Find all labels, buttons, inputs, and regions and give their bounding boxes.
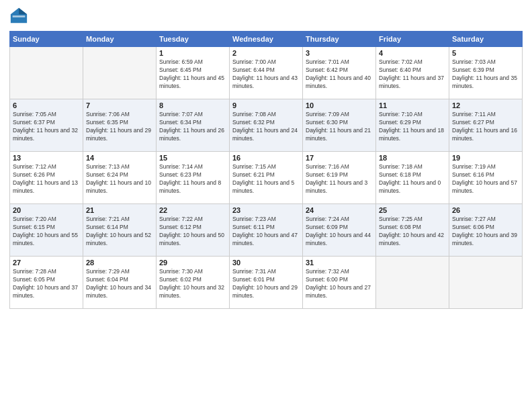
day-detail: Sunrise: 7:09 AMSunset: 6:30 PMDaylight:… <box>306 111 373 143</box>
day-detail: Sunrise: 7:15 AMSunset: 6:21 PMDaylight:… <box>232 163 300 195</box>
calendar-week-5: 27Sunrise: 7:28 AMSunset: 6:05 PMDayligh… <box>10 257 523 309</box>
calendar-cell: 24Sunrise: 7:24 AMSunset: 6:09 PMDayligh… <box>303 204 376 257</box>
calendar-cell: 10Sunrise: 7:09 AMSunset: 6:30 PMDayligh… <box>303 99 376 152</box>
day-number: 5 <box>452 49 519 57</box>
day-detail: Sunrise: 7:11 AMSunset: 6:27 PMDaylight:… <box>452 111 519 143</box>
weekday-header-row: SundayMondayTuesdayWednesdayThursdayFrid… <box>10 32 523 47</box>
day-detail: Sunrise: 7:05 AMSunset: 6:37 PMDaylight:… <box>13 111 80 143</box>
calendar-cell: 1Sunrise: 6:59 AMSunset: 6:45 PMDaylight… <box>157 47 230 99</box>
day-detail: Sunrise: 7:25 AMSunset: 6:08 PMDaylight:… <box>379 216 446 248</box>
calendar-week-3: 13Sunrise: 7:12 AMSunset: 6:26 PMDayligh… <box>10 152 523 204</box>
calendar-cell <box>10 47 83 99</box>
weekday-header-friday: Friday <box>376 32 449 47</box>
day-number: 1 <box>159 49 226 57</box>
calendar-cell: 15Sunrise: 7:14 AMSunset: 6:23 PMDayligh… <box>157 152 230 204</box>
calendar-cell: 16Sunrise: 7:15 AMSunset: 6:21 PMDayligh… <box>230 152 303 204</box>
day-number: 17 <box>306 154 373 162</box>
day-detail: Sunrise: 7:16 AMSunset: 6:19 PMDaylight:… <box>306 163 373 195</box>
calendar-cell: 13Sunrise: 7:12 AMSunset: 6:26 PMDayligh… <box>10 152 83 204</box>
day-number: 11 <box>379 101 446 109</box>
calendar-cell: 17Sunrise: 7:16 AMSunset: 6:19 PMDayligh… <box>303 152 376 204</box>
calendar-week-1: 1Sunrise: 6:59 AMSunset: 6:45 PMDaylight… <box>10 47 523 99</box>
day-number: 21 <box>86 206 153 214</box>
day-number: 19 <box>452 154 519 162</box>
day-detail: Sunrise: 7:18 AMSunset: 6:18 PMDaylight:… <box>379 163 446 195</box>
calendar-cell: 7Sunrise: 7:06 AMSunset: 6:35 PMDaylight… <box>83 99 157 152</box>
calendar-cell: 19Sunrise: 7:19 AMSunset: 6:16 PMDayligh… <box>449 152 523 204</box>
weekday-header-monday: Monday <box>83 32 157 47</box>
calendar-cell: 6Sunrise: 7:05 AMSunset: 6:37 PMDaylight… <box>10 99 83 152</box>
day-detail: Sunrise: 6:59 AMSunset: 6:45 PMDaylight:… <box>159 58 226 91</box>
calendar-cell: 9Sunrise: 7:08 AMSunset: 6:32 PMDaylight… <box>230 99 303 152</box>
day-detail: Sunrise: 7:31 AMSunset: 6:01 PMDaylight:… <box>232 268 300 300</box>
day-number: 24 <box>306 206 373 214</box>
day-number: 10 <box>306 101 373 109</box>
calendar-cell: 5Sunrise: 7:03 AMSunset: 6:39 PMDaylight… <box>449 47 523 99</box>
day-detail: Sunrise: 7:01 AMSunset: 6:42 PMDaylight:… <box>306 58 373 91</box>
weekday-header-thursday: Thursday <box>303 32 376 47</box>
svg-rect-2 <box>13 15 26 17</box>
day-number: 28 <box>86 259 153 267</box>
day-number: 27 <box>13 259 80 267</box>
day-number: 12 <box>452 101 519 109</box>
day-number: 30 <box>232 259 300 267</box>
day-number: 23 <box>232 206 300 214</box>
day-detail: Sunrise: 7:08 AMSunset: 6:32 PMDaylight:… <box>232 111 300 143</box>
calendar-cell: 31Sunrise: 7:32 AMSunset: 6:00 PMDayligh… <box>303 257 376 309</box>
calendar-cell: 20Sunrise: 7:20 AMSunset: 6:15 PMDayligh… <box>10 204 83 257</box>
day-number: 22 <box>159 206 226 214</box>
day-detail: Sunrise: 7:02 AMSunset: 6:40 PMDaylight:… <box>379 58 446 91</box>
calendar-cell: 4Sunrise: 7:02 AMSunset: 6:40 PMDaylight… <box>376 47 449 99</box>
svg-marker-1 <box>19 8 27 14</box>
day-number: 20 <box>13 206 80 214</box>
day-detail: Sunrise: 7:03 AMSunset: 6:39 PMDaylight:… <box>452 58 519 91</box>
day-number: 8 <box>159 101 226 109</box>
weekday-header-saturday: Saturday <box>449 32 523 47</box>
calendar-cell: 3Sunrise: 7:01 AMSunset: 6:42 PMDaylight… <box>303 47 376 99</box>
calendar-cell: 22Sunrise: 7:22 AMSunset: 6:12 PMDayligh… <box>157 204 230 257</box>
calendar-cell <box>376 257 449 309</box>
weekday-header-tuesday: Tuesday <box>157 32 230 47</box>
page: SundayMondayTuesdayWednesdayThursdayFrid… <box>0 0 532 411</box>
calendar-cell: 25Sunrise: 7:25 AMSunset: 6:08 PMDayligh… <box>376 204 449 257</box>
day-detail: Sunrise: 7:29 AMSunset: 6:04 PMDaylight:… <box>86 268 153 300</box>
day-number: 29 <box>159 259 226 267</box>
day-number: 16 <box>232 154 300 162</box>
calendar-cell: 12Sunrise: 7:11 AMSunset: 6:27 PMDayligh… <box>449 99 523 152</box>
day-detail: Sunrise: 7:19 AMSunset: 6:16 PMDaylight:… <box>452 163 519 195</box>
logo <box>9 7 31 26</box>
day-detail: Sunrise: 7:24 AMSunset: 6:09 PMDaylight:… <box>306 216 373 248</box>
calendar-cell <box>83 47 157 99</box>
calendar-cell: 8Sunrise: 7:07 AMSunset: 6:34 PMDaylight… <box>157 99 230 152</box>
day-detail: Sunrise: 7:28 AMSunset: 6:05 PMDaylight:… <box>13 268 80 300</box>
calendar-cell: 21Sunrise: 7:21 AMSunset: 6:14 PMDayligh… <box>83 204 157 257</box>
calendar-cell: 11Sunrise: 7:10 AMSunset: 6:29 PMDayligh… <box>376 99 449 152</box>
day-detail: Sunrise: 7:07 AMSunset: 6:34 PMDaylight:… <box>159 111 226 143</box>
day-number: 25 <box>379 206 446 214</box>
calendar-cell: 26Sunrise: 7:27 AMSunset: 6:06 PMDayligh… <box>449 204 523 257</box>
calendar-week-2: 6Sunrise: 7:05 AMSunset: 6:37 PMDaylight… <box>10 99 523 152</box>
day-number: 2 <box>232 49 300 57</box>
day-number: 4 <box>379 49 446 57</box>
day-detail: Sunrise: 7:20 AMSunset: 6:15 PMDaylight:… <box>13 216 80 248</box>
calendar-week-4: 20Sunrise: 7:20 AMSunset: 6:15 PMDayligh… <box>10 204 523 257</box>
calendar-cell <box>449 257 523 309</box>
day-number: 13 <box>13 154 80 162</box>
header <box>9 7 523 26</box>
day-number: 31 <box>306 259 373 267</box>
calendar-cell: 30Sunrise: 7:31 AMSunset: 6:01 PMDayligh… <box>230 257 303 309</box>
day-number: 3 <box>306 49 373 57</box>
calendar-cell: 23Sunrise: 7:23 AMSunset: 6:11 PMDayligh… <box>230 204 303 257</box>
day-detail: Sunrise: 7:12 AMSunset: 6:26 PMDaylight:… <box>13 163 80 195</box>
day-number: 7 <box>86 101 153 109</box>
day-number: 9 <box>232 101 300 109</box>
logo-icon <box>9 7 28 26</box>
day-detail: Sunrise: 7:13 AMSunset: 6:24 PMDaylight:… <box>86 163 153 195</box>
day-detail: Sunrise: 7:27 AMSunset: 6:06 PMDaylight:… <box>452 216 519 248</box>
calendar-cell: 18Sunrise: 7:18 AMSunset: 6:18 PMDayligh… <box>376 152 449 204</box>
calendar-cell: 28Sunrise: 7:29 AMSunset: 6:04 PMDayligh… <box>83 257 157 309</box>
day-number: 15 <box>159 154 226 162</box>
day-detail: Sunrise: 7:06 AMSunset: 6:35 PMDaylight:… <box>86 111 153 143</box>
calendar-cell: 27Sunrise: 7:28 AMSunset: 6:05 PMDayligh… <box>10 257 83 309</box>
day-detail: Sunrise: 7:23 AMSunset: 6:11 PMDaylight:… <box>232 216 300 248</box>
